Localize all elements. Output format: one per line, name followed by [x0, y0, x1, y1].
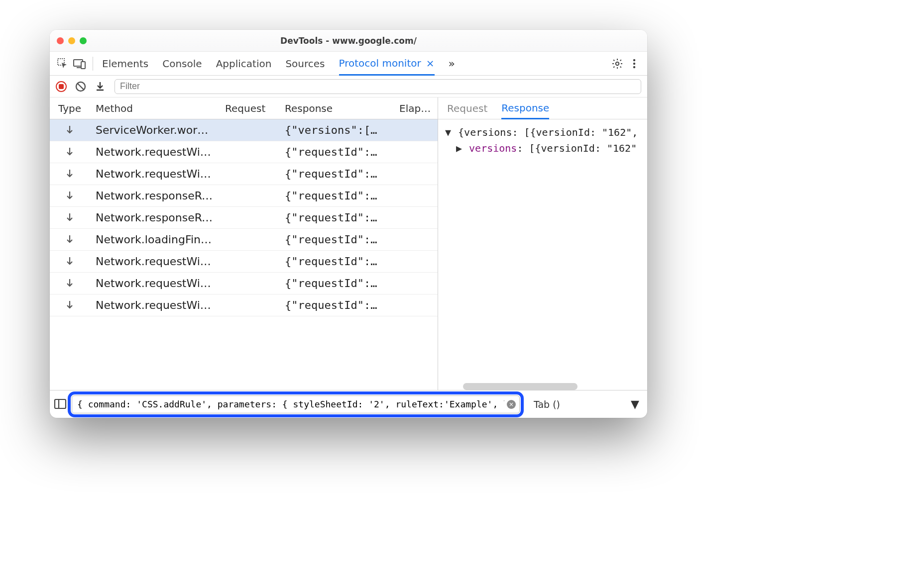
record-button[interactable]	[56, 81, 67, 92]
tab-elements[interactable]: Elements	[102, 52, 148, 75]
arrow-down-icon	[66, 212, 74, 222]
kebab-menu-icon[interactable]	[627, 57, 641, 71]
tree-key: versions	[469, 142, 517, 154]
sort-asc-icon: ▲	[432, 105, 437, 113]
clear-icon[interactable]	[75, 81, 87, 93]
table-row[interactable]: Network.responseRe…{"requestId":…	[50, 207, 438, 229]
svg-point-4	[633, 59, 635, 61]
clear-input-icon[interactable]: ×	[507, 400, 516, 409]
arrow-down-icon	[66, 278, 74, 288]
device-toolbar-icon[interactable]	[73, 57, 87, 71]
svg-rect-8	[55, 399, 66, 408]
horizontal-scrollbar[interactable]	[463, 383, 578, 390]
filter-input[interactable]	[115, 79, 641, 94]
details-panel: Request Response ▼ {versions: [{versionI…	[438, 97, 647, 390]
tree-line-2: : [{versionId: "162"	[517, 142, 637, 154]
arrow-down-icon	[66, 234, 74, 244]
traffic-lights	[57, 37, 87, 44]
chevron-down-icon[interactable]: ▼	[631, 398, 639, 410]
tab-application[interactable]: Application	[216, 52, 272, 75]
details-tab-request[interactable]: Request	[447, 97, 487, 119]
arrow-down-icon	[66, 300, 74, 310]
filter-bar	[50, 76, 647, 97]
cell-method: Network.responseRe…	[90, 211, 219, 224]
col-elapsed[interactable]: Elap…▲	[393, 102, 438, 114]
tree-line-1: {versions: [{versionId: "162",	[458, 126, 638, 138]
settings-gear-icon[interactable]	[610, 57, 624, 71]
table-row[interactable]: Network.requestWillB…{"requestId":…	[50, 163, 438, 185]
cell-response: {"requestId":…	[279, 277, 393, 290]
table-body[interactable]: ServiceWorker.worker…{"versions":[…Netwo…	[50, 119, 438, 390]
tree-caret-open-icon[interactable]: ▼	[445, 124, 452, 140]
cell-response: {"requestId":…	[279, 190, 393, 202]
table-header: Type Method Request Response Elap…▲	[50, 97, 438, 119]
download-icon[interactable]	[95, 81, 107, 93]
cell-response: {"requestId":…	[279, 211, 393, 224]
inspect-element-icon[interactable]	[56, 57, 70, 71]
col-request[interactable]: Request	[219, 102, 279, 114]
close-window-button[interactable]	[57, 37, 64, 44]
main-area: Type Method Request Response Elap…▲ Serv…	[50, 97, 647, 390]
col-response[interactable]: Response	[279, 102, 393, 114]
table-row[interactable]: Network.requestWillB…{"requestId":…	[50, 294, 438, 316]
arrow-down-icon	[66, 256, 74, 266]
col-type[interactable]: Type	[50, 102, 90, 114]
cell-method: Network.requestWillB…	[90, 277, 219, 290]
minimize-window-button[interactable]	[68, 37, 75, 44]
toggle-drawer-icon[interactable]	[54, 398, 67, 411]
arrow-down-icon	[66, 147, 74, 157]
table-row[interactable]: Network.requestWillB…{"requestId":…	[50, 273, 438, 294]
cell-method: Network.loadingFinis…	[90, 233, 219, 246]
arrow-down-icon	[66, 191, 74, 200]
cell-response: {"requestId":…	[279, 299, 393, 311]
devtools-window: DevTools - www.google.com/ Elements Con	[50, 30, 647, 418]
command-input-wrapper: ×	[72, 395, 520, 413]
cell-response: {"requestId":…	[279, 233, 393, 246]
cell-method: ServiceWorker.worker…	[90, 124, 219, 136]
tab-protocol-monitor[interactable]: Protocol monitor ×	[339, 52, 435, 76]
titlebar: DevTools - www.google.com/	[50, 30, 647, 52]
tab-info-label: Tab ()	[534, 399, 560, 410]
cell-method: Network.requestWillB…	[90, 299, 219, 311]
tab-sources[interactable]: Sources	[285, 52, 325, 75]
tab-console[interactable]: Console	[162, 52, 202, 75]
more-tabs-icon[interactable]: »	[449, 52, 455, 75]
svg-rect-2	[81, 62, 85, 69]
cell-method: Network.requestWillB…	[90, 146, 219, 158]
window-title: DevTools - www.google.com/	[87, 36, 610, 46]
cell-method: Network.responseRe…	[90, 190, 219, 202]
svg-point-5	[633, 62, 635, 64]
command-input[interactable]	[72, 395, 520, 413]
details-tab-response[interactable]: Response	[501, 98, 549, 119]
protocol-table: Type Method Request Response Elap…▲ Serv…	[50, 97, 438, 390]
close-tab-icon[interactable]: ×	[426, 57, 435, 69]
table-row[interactable]: Network.requestWillB…{"requestId":…	[50, 251, 438, 273]
svg-point-3	[616, 62, 619, 65]
svg-point-6	[633, 66, 635, 68]
table-row[interactable]: Network.responseRe…{"requestId":…	[50, 185, 438, 207]
arrow-down-icon	[66, 169, 74, 179]
main-toolbar: Elements Console Application Sources Pro…	[50, 52, 647, 76]
arrow-down-icon	[66, 125, 74, 135]
cell-response: {"requestId":…	[279, 168, 393, 180]
cell-method: Network.requestWillB…	[90, 168, 219, 180]
cell-response: {"requestId":…	[279, 255, 393, 268]
cell-method: Network.requestWillB…	[90, 255, 219, 268]
cell-response: {"requestId":…	[279, 146, 393, 158]
response-tree[interactable]: ▼ {versions: [{versionId: "162", ▶ versi…	[438, 119, 647, 380]
table-row[interactable]: ServiceWorker.worker…{"versions":[…	[50, 119, 438, 141]
table-row[interactable]: Network.requestWillB…{"requestId":…	[50, 141, 438, 163]
details-tabs: Request Response	[438, 97, 647, 119]
col-elapsed-label: Elap…	[399, 102, 431, 114]
footer-bar: × Tab () ▼	[50, 390, 647, 418]
table-row[interactable]: Network.loadingFinis…{"requestId":…	[50, 229, 438, 251]
tree-caret-closed-icon[interactable]: ▶	[456, 140, 463, 156]
col-method[interactable]: Method	[90, 102, 219, 114]
tab-protocol-monitor-label: Protocol monitor	[339, 57, 421, 69]
maximize-window-button[interactable]	[80, 37, 87, 44]
cell-response: {"versions":[…	[279, 124, 393, 136]
